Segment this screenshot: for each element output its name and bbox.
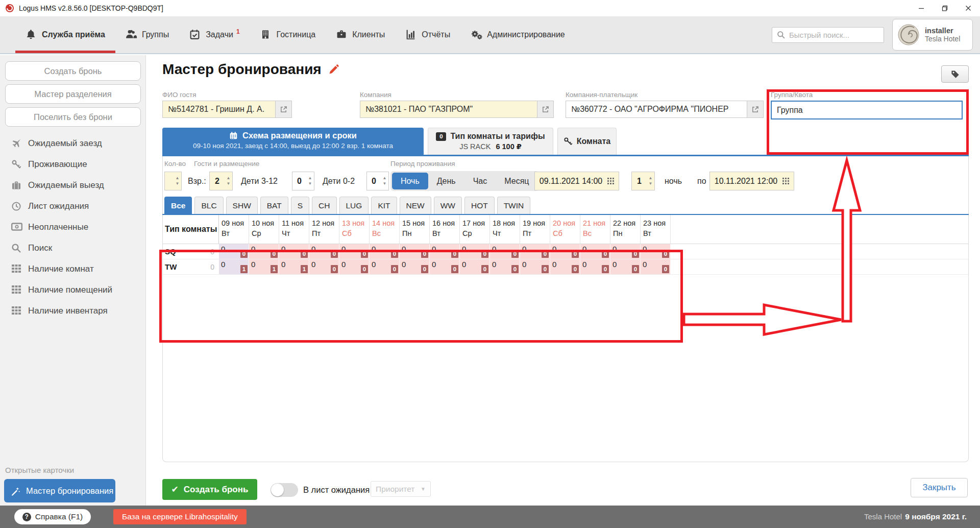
availability-cell[interactable]: 01 [219,259,249,274]
filter-tab-NEW[interactable]: NEW [400,197,431,214]
filter-tab-Все[interactable]: Все [164,197,192,214]
availability-cell[interactable]: 00 [610,259,641,274]
sidebar-item-guests-inhouse[interactable]: Проживающие [0,154,145,175]
availability-cell[interactable]: 00 [580,244,610,259]
nav-item-clients[interactable]: Клиенты [326,16,395,53]
availability-cell[interactable]: 00 [520,259,550,274]
guest-open-card-button[interactable] [276,101,292,118]
cell-value: 0 [341,245,346,253]
checkout-date-field[interactable]: 10.11.2021 12:00 [709,172,794,190]
adults-stepper[interactable]: 2▲▼ [209,172,233,190]
availability-cell[interactable]: 00 [550,259,580,274]
sidebar-item-unpaid[interactable]: Неоплаченные [0,217,145,237]
sidebar-button-split-wizard[interactable]: Мастер разделения [5,84,141,104]
sidebar-button-create-booking[interactable]: Создать бронь [5,61,141,81]
availability-cell[interactable]: 00 [641,244,671,259]
filter-tab-TWIN[interactable]: TWIN [497,197,531,214]
filter-tab-BAT[interactable]: BAT [260,197,288,214]
availability-cell[interactable]: 00 [550,244,580,259]
nav-item-groups[interactable]: Группы [115,16,179,53]
filter-tab-KIT[interactable]: KIT [371,197,397,214]
tab-room-type-and-rates[interactable]: 0 Тип комнаты и тарифы JS RACK 6 100 ₽ [428,128,553,155]
availability-cell[interactable]: 00 [641,259,671,274]
group-field[interactable]: Группа [771,101,963,119]
availability-cell[interactable]: 00 [370,259,400,274]
open-card-booking-wizard[interactable]: Мастер бронирования [4,479,115,502]
availability-cell[interactable]: 00 [460,244,490,259]
filter-tab-LUG[interactable]: LUG [339,197,369,214]
children-0-2-stepper[interactable]: 0▲▼ [366,172,389,190]
search-input[interactable] [789,31,891,39]
filter-tab-HOT[interactable]: HOT [464,197,495,214]
sidebar-item-rooms-availability[interactable]: Наличие комнат [0,258,145,279]
filter-tab-SHW[interactable]: SHW [226,197,258,214]
tab-placement-and-dates[interactable]: Схема размещения и сроки 09-10 ноя 2021,… [162,128,424,155]
sidebar-item-expected-arrival[interactable]: Ожидаемый заезд [0,133,145,154]
availability-cell[interactable]: 00 [520,244,550,259]
payer-open-card-button[interactable] [747,101,764,118]
nav-item-reception[interactable]: Служба приёма [15,16,115,53]
availability-cell[interactable]: 00 [400,259,430,274]
checkin-date-field[interactable]: 09.11.2021 14:00 [534,172,619,190]
availability-cell[interactable]: 00 [580,259,610,274]
database-server-button[interactable]: База на сервере Librahospitality [113,509,247,524]
availability-cell[interactable]: 00 [490,244,520,259]
close-button[interactable] [957,0,980,16]
filter-tab-S[interactable]: S [291,197,309,214]
nav-item-hotel[interactable]: Гостиница [250,16,326,53]
sidebar-item-spaces-availability[interactable]: Наличие помещений [0,279,145,300]
payer-field[interactable]: №360772 - ОАО "АГРОФИРМА "ПИОНЕР [566,101,747,118]
availability-cell[interactable]: 01 [279,259,309,274]
quantity-stepper[interactable]: ▲▼ [164,172,182,190]
tab-room[interactable]: Комната [557,128,617,155]
availability-cell[interactable]: 00 [309,259,339,274]
filter-tab-WW[interactable]: WW [434,197,462,214]
availability-cell[interactable]: 00 [490,259,520,274]
sidebar-item-inventory-availability[interactable]: Наличие инвентаря [0,300,145,321]
availability-cell[interactable]: 00 [279,244,309,259]
company-open-card-button[interactable] [537,101,554,118]
guest-field[interactable]: №5142781 - Гришин Д. А. [162,101,276,118]
help-button[interactable]: ? Справка (F1) [14,509,91,524]
availability-cell[interactable]: 00 [430,259,460,274]
adults-label: Взр.: [188,172,206,190]
availability-cell[interactable]: 00 [249,244,279,259]
nav-item-tasks[interactable]: Задачи1 [179,16,250,53]
priority-select[interactable]: Приоритет ▼ [371,481,431,497]
tags-button[interactable] [941,65,969,83]
availability-cell[interactable]: 00 [370,244,400,259]
sidebar-item-waiting-list[interactable]: Лист ожидания [0,196,145,217]
quick-search[interactable] [772,27,884,43]
availability-cell[interactable]: 00 [339,244,370,259]
children-3-12-stepper[interactable]: 0▲▼ [292,172,314,190]
maximize-button[interactable] [933,0,957,16]
availability-cell[interactable]: 00 [400,244,430,259]
user-card[interactable]: installer Tesla Hotel [892,19,973,51]
edit-pencil-icon[interactable] [328,64,339,75]
period-option-месяц[interactable]: Месяц [496,173,537,189]
period-option-час[interactable]: Час [464,173,496,189]
period-option-день[interactable]: День [428,173,464,189]
availability-cell[interactable]: 00 [309,244,339,259]
create-booking-button[interactable]: ✔ Создать бронь [162,479,257,500]
availability-cell[interactable]: 00 [339,259,370,274]
nights-word: ночь [665,172,682,190]
filter-tab-CH[interactable]: CH [312,197,336,214]
nav-item-reports[interactable]: Отчёты [395,16,460,53]
waitlist-toggle[interactable] [271,483,298,497]
minimize-button[interactable] [910,0,933,16]
filter-tab-BLC[interactable]: BLC [194,197,223,214]
availability-cell[interactable]: 01 [249,259,279,274]
nav-item-admin[interactable]: Администрирование [460,16,575,53]
sidebar-button-checkin-without-booking[interactable]: Поселить без брони [5,107,141,127]
availability-cell[interactable]: 00 [610,244,641,259]
close-wizard-button[interactable]: Закрыть [911,478,968,497]
availability-cell[interactable]: 00 [430,244,460,259]
availability-cell[interactable]: 00 [460,259,490,274]
period-option-ночь[interactable]: Ночь [392,173,428,189]
sidebar-item-expected-departure[interactable]: Ожидаемый выезд [0,175,145,196]
company-field[interactable]: №381021 - ПАО "ГАЗПРОМ" [360,101,537,118]
availability-cell[interactable]: 00 [219,244,249,259]
nights-stepper[interactable]: 1▲▼ [631,172,655,190]
sidebar-item-search[interactable]: Поиск [0,237,145,258]
